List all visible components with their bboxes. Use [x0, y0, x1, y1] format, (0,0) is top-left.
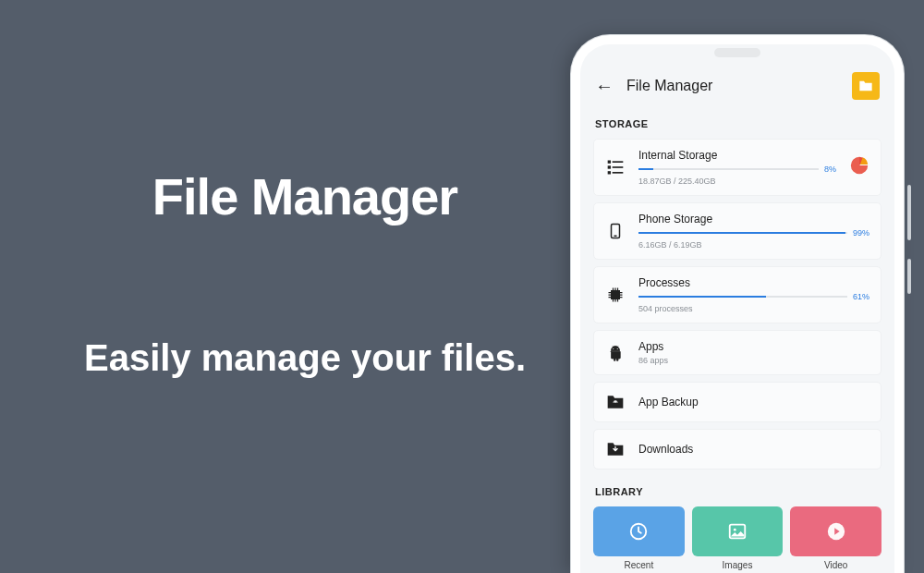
progress-percent: 8%	[824, 165, 836, 174]
app-header: ← File Manager	[593, 63, 881, 115]
pie-chart-icon[interactable]	[849, 155, 869, 179]
hero-text: File Manager Easily manage your files.	[55, 166, 554, 379]
card-body: Internal Storage 8% 18.87GB / 225.40GB	[638, 149, 836, 186]
phone-icon	[605, 221, 626, 241]
svg-rect-1	[613, 161, 624, 163]
storage-item-phone[interactable]: Phone Storage 99% 6.16GB / 6.19GB	[593, 202, 881, 260]
progress-percent: 99%	[853, 228, 869, 238]
card-title: App Backup	[638, 396, 869, 408]
storage-list-icon	[605, 157, 626, 177]
play-icon	[826, 521, 846, 542]
svg-point-10	[617, 347, 618, 348]
folder-icon	[858, 79, 873, 92]
library-item-video[interactable]: Video	[790, 506, 881, 570]
library-grid: Recent Images Video	[593, 506, 881, 570]
storage-section-title: STORAGE	[595, 118, 881, 129]
library-tile	[593, 506, 685, 556]
progress-bar	[638, 296, 847, 298]
library-label: Video	[790, 560, 881, 570]
progress-row: 99%	[638, 228, 869, 238]
clock-icon	[628, 521, 649, 542]
android-icon	[605, 343, 626, 363]
library-label: Recent	[593, 560, 685, 570]
card-sub: 86 apps	[638, 356, 869, 365]
card-body: Processes 61% 504 processes	[638, 276, 869, 313]
app-header-left: ← File Manager	[595, 76, 712, 97]
svg-point-12	[616, 402, 617, 403]
progress-bar	[638, 168, 819, 170]
folder-button[interactable]	[852, 72, 880, 100]
storage-item-processes[interactable]: Processes 61% 504 processes	[593, 266, 881, 323]
progress-row: 61%	[638, 292, 869, 301]
card-body: App Backup	[638, 396, 869, 408]
phone-notch	[714, 48, 760, 57]
card-body: Apps 86 apps	[638, 340, 869, 365]
progress-bar	[638, 232, 847, 234]
download-icon	[605, 439, 626, 459]
svg-rect-8	[611, 290, 620, 299]
card-sub: 6.16GB / 6.19GB	[638, 240, 869, 250]
progress-row: 8%	[638, 165, 836, 174]
progress-fill	[638, 296, 766, 298]
card-body: Phone Storage 99% 6.16GB / 6.19GB	[638, 213, 869, 250]
library-section-title: LIBRARY	[595, 486, 881, 497]
app-screen: ← File Manager STORAGE Internal Storage …	[580, 63, 894, 573]
svg-rect-4	[608, 171, 611, 174]
svg-point-15	[734, 529, 736, 531]
hero-subtitle: Easily manage your files.	[55, 337, 554, 379]
card-title: Apps	[638, 340, 869, 353]
storage-item-internal[interactable]: Internal Storage 8% 18.87GB / 225.40GB	[593, 139, 881, 196]
svg-rect-3	[613, 166, 624, 168]
svg-point-9	[613, 347, 614, 348]
svg-rect-7	[614, 236, 617, 238]
progress-fill	[638, 232, 845, 234]
storage-item-apps[interactable]: Apps 86 apps	[593, 330, 881, 375]
svg-rect-2	[608, 165, 611, 168]
chip-icon	[605, 285, 626, 305]
card-body: Downloads	[638, 443, 869, 456]
card-title: Downloads	[638, 443, 869, 456]
card-sub: 18.87GB / 225.40GB	[638, 177, 836, 186]
card-title: Processes	[638, 276, 869, 289]
phone-power-button	[907, 259, 911, 294]
card-title: Phone Storage	[638, 213, 869, 226]
backup-icon	[605, 392, 626, 412]
back-arrow-icon[interactable]: ←	[595, 76, 614, 97]
storage-item-downloads[interactable]: Downloads	[593, 429, 881, 469]
library-tile	[790, 506, 881, 556]
library-item-recent[interactable]: Recent	[593, 506, 685, 570]
card-title: Internal Storage	[638, 149, 836, 162]
phone-volume-button	[907, 185, 911, 240]
progress-percent: 61%	[853, 292, 869, 301]
library-item-images[interactable]: Images	[692, 506, 784, 570]
app-title: File Manager	[626, 78, 712, 94]
image-icon	[727, 521, 748, 542]
svg-point-11	[614, 402, 614, 403]
library-label: Images	[692, 560, 784, 570]
hero-title: File Manager	[55, 166, 554, 226]
library-tile	[692, 506, 784, 556]
card-sub: 504 processes	[638, 304, 869, 313]
storage-item-backup[interactable]: App Backup	[593, 382, 881, 422]
svg-rect-0	[608, 161, 611, 164]
svg-rect-5	[613, 172, 624, 174]
progress-fill	[638, 168, 653, 170]
phone-mockup: ← File Manager STORAGE Internal Storage …	[571, 35, 904, 573]
